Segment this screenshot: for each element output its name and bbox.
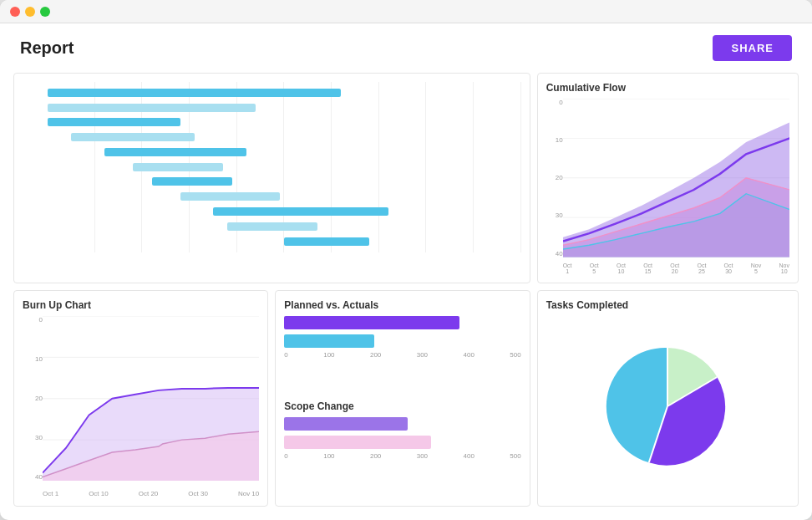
close-button[interactable] — [10, 7, 20, 17]
scope-change-title: Scope Change — [284, 400, 520, 412]
titlebar — [0, 0, 812, 23]
gantt-row — [48, 221, 521, 232]
header: Report SHARE — [0, 23, 812, 73]
actuals-bar — [284, 334, 374, 348]
gantt-row — [48, 146, 521, 158]
gantt-chart-panel — [13, 73, 530, 283]
gantt-row — [48, 191, 521, 202]
cf-xaxis: Oct1 Oct5 Oct10 Oct15 Oct20 Oct25 Oct30 … — [563, 263, 789, 274]
cumulative-flow-title: Cumulative Flow — [546, 82, 789, 94]
maximize-button[interactable] — [40, 7, 50, 17]
share-button[interactable]: SHARE — [713, 35, 792, 61]
app-window: Report SHARE — [0, 0, 812, 520]
gantt-bar — [104, 148, 246, 156]
tasks-pie-container — [546, 316, 789, 498]
gantt-row — [48, 102, 521, 114]
gantt-row — [48, 236, 521, 247]
gantt-row — [48, 161, 521, 173]
gantt-row — [48, 176, 521, 187]
scope-change-chart — [284, 417, 520, 449]
tasks-completed-panel: Tasks Completed — [537, 290, 799, 507]
cumulative-flow-panel: Cumulative Flow 40 30 20 10 0 — [537, 73, 799, 283]
gantt-bar — [48, 104, 256, 112]
page-title: Report — [20, 38, 74, 58]
gantt-bar — [133, 163, 223, 171]
bu-yaxis: 40 30 20 10 0 — [23, 316, 43, 482]
gantt-bar — [284, 237, 369, 246]
planned-actuals-section: Planned vs. Actuals 0 100 200 300 400 50… — [284, 299, 520, 396]
gantt-bar — [48, 118, 180, 126]
gantt-bar — [180, 192, 280, 201]
gantt-bar — [48, 89, 341, 97]
gantt-bar — [227, 222, 317, 231]
gantt-row — [48, 206, 521, 217]
scope-xaxis: 0 100 200 300 400 500 — [284, 452, 520, 460]
bu-xaxis: Oct 1 Oct 10 Oct 20 Oct 30 Nov 10 — [43, 490, 259, 497]
gantt-row — [48, 87, 521, 99]
scope-change-section: Scope Change 0 100 200 300 400 500 — [284, 400, 520, 497]
gantt-bars — [48, 82, 521, 252]
scope-bar-1 — [284, 417, 407, 431]
gantt-bar — [152, 177, 232, 186]
bu-chart-area — [43, 316, 259, 482]
tasks-completed-title: Tasks Completed — [546, 299, 789, 311]
planned-xaxis: 0 100 200 300 400 500 — [284, 351, 520, 359]
burnup-chart: 40 30 20 10 0 — [23, 316, 259, 498]
gantt-bar — [213, 207, 388, 216]
planned-bar — [284, 316, 459, 329]
burnup-title: Burn Up Chart — [23, 299, 259, 311]
cumulative-flow-chart: 40 30 20 10 0 — [546, 99, 789, 274]
planned-actuals-chart — [284, 316, 520, 348]
dashboard-content: Cumulative Flow 40 30 20 10 0 — [0, 73, 812, 520]
tasks-pie-chart — [601, 339, 734, 473]
planned-scope-panel: Planned vs. Actuals 0 100 200 300 400 50… — [275, 290, 530, 507]
gantt-row — [48, 116, 521, 128]
cf-yaxis: 40 30 20 10 0 — [546, 99, 563, 257]
gantt-bar — [71, 133, 194, 141]
planned-actuals-title: Planned vs. Actuals — [284, 299, 520, 311]
traffic-lights — [10, 7, 50, 17]
gantt-chart — [23, 82, 521, 266]
cf-chart-area — [563, 99, 789, 257]
minimize-button[interactable] — [25, 7, 35, 17]
gantt-row — [48, 131, 521, 143]
burnup-chart-panel: Burn Up Chart 40 30 20 10 0 — [13, 290, 268, 507]
scope-bar-2 — [284, 436, 431, 449]
